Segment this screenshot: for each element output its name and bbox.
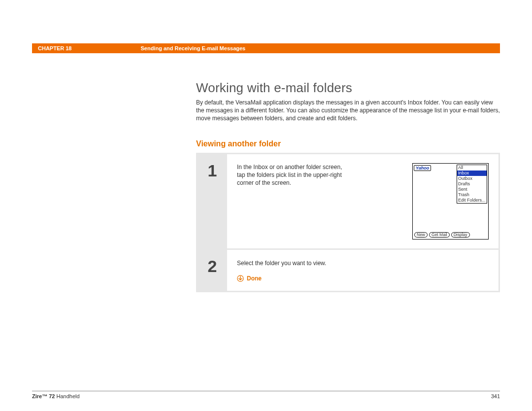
steps-container: 1 In the Inbox or on another folder scre… <box>196 153 500 292</box>
step-text: Select the folder you want to view. <box>237 259 489 268</box>
step-row: 2 Select the folder you want to view. Do… <box>198 250 499 291</box>
palm-getmail-button[interactable]: Get Mail <box>429 232 450 238</box>
section-title: Viewing another folder <box>196 139 281 148</box>
step-row: 1 In the Inbox or on another folder scre… <box>198 154 499 248</box>
palm-folder-option[interactable]: Outbox <box>457 176 487 181</box>
palm-button-row: New Get Mail Display <box>414 232 487 238</box>
palm-folder-option-selected[interactable]: Inbox <box>457 171 487 176</box>
page-number: 341 <box>491 393 500 399</box>
step-text: In the Inbox or on another folder screen… <box>237 163 350 187</box>
page-title: Working with e-mail folders <box>196 80 352 96</box>
palm-screenshot: Yahoo 0/0 All Inbox Outbox Drafts Sent T… <box>412 163 489 240</box>
intro-paragraph: By default, the VersaMail application di… <box>196 99 500 123</box>
chapter-label: CHAPTER 18 <box>38 45 71 51</box>
palm-folder-picklist[interactable]: All Inbox Outbox Drafts Sent Trash Edit … <box>457 165 487 204</box>
done-label: Done <box>247 275 262 282</box>
palm-folder-option[interactable]: Edit Folders... <box>457 198 487 203</box>
step-content: Select the folder you want to view. Done <box>227 250 499 291</box>
product-name: Zire™ 72 Handheld <box>32 393 80 399</box>
page-footer: Zire™ 72 Handheld 341 <box>32 391 500 399</box>
chapter-header-bar: CHAPTER 18 Sending and Receiving E-mail … <box>32 43 500 53</box>
chapter-title: Sending and Receiving E-mail Messages <box>140 45 245 51</box>
palm-new-button[interactable]: New <box>414 232 428 238</box>
step-number: 1 <box>198 154 227 248</box>
palm-display-button[interactable]: Display <box>451 232 470 238</box>
step-content: In the Inbox or on another folder screen… <box>227 154 499 248</box>
palm-folder-option[interactable]: All <box>457 165 487 171</box>
palm-folder-option[interactable]: Drafts <box>457 181 487 187</box>
palm-account-label[interactable]: Yahoo <box>414 165 431 171</box>
step-number: 2 <box>198 250 227 291</box>
down-arrow-icon <box>237 275 244 282</box>
palm-folder-option[interactable]: Sent <box>457 187 487 192</box>
palm-folder-option[interactable]: Trash <box>457 192 487 198</box>
done-indicator: Done <box>237 275 489 282</box>
